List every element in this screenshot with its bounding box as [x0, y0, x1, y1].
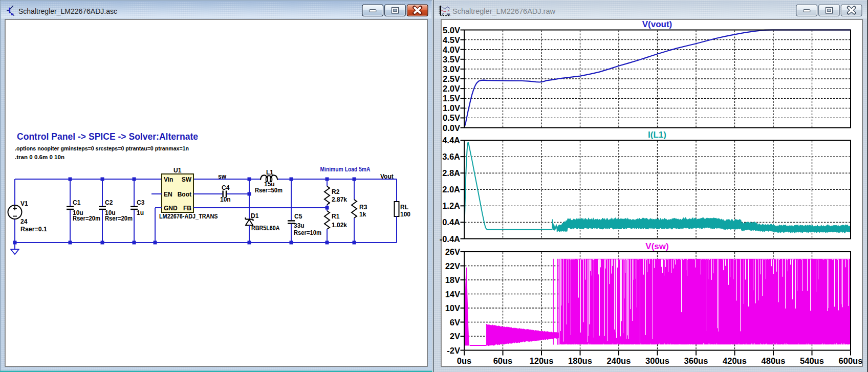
svg-text:3.5V: 3.5V	[443, 55, 460, 64]
svg-text:6V: 6V	[450, 318, 460, 327]
svg-text:1.2A: 1.2A	[442, 201, 460, 210]
svg-text:60us: 60us	[493, 356, 513, 365]
svg-text:GND: GND	[164, 205, 178, 212]
svg-text:I(L1): I(L1)	[648, 130, 666, 140]
svg-text:2.5V: 2.5V	[443, 74, 460, 83]
svg-text:1.02k: 1.02k	[332, 222, 347, 229]
svg-text:2.8A: 2.8A	[442, 168, 460, 178]
svg-text:Rser=50m: Rser=50m	[255, 187, 283, 194]
svg-text:RBR5L60A: RBR5L60A	[251, 225, 280, 232]
svg-text:4.0V: 4.0V	[443, 45, 460, 54]
svg-text:.tran 0 0.6m 0 10n: .tran 0 0.6m 0 10n	[15, 154, 64, 160]
svg-text:SW: SW	[182, 176, 192, 183]
svg-text:R2: R2	[332, 188, 340, 195]
svg-text:Vin: Vin	[164, 176, 173, 183]
svg-text:10V: 10V	[445, 303, 460, 313]
svg-text:2V: 2V	[450, 332, 460, 341]
svg-text:24: 24	[20, 218, 28, 225]
svg-text:600us: 600us	[839, 356, 863, 365]
svg-text:1.5V: 1.5V	[443, 94, 460, 103]
svg-text:Rser=0.1: Rser=0.1	[20, 226, 47, 233]
svg-text:Schaltregler_LM22676ADJ.asc: Schaltregler_LM22676ADJ.asc	[18, 7, 117, 15]
svg-text:2.0A: 2.0A	[442, 185, 460, 194]
svg-text:V1: V1	[20, 200, 28, 207]
svg-text:18V: 18V	[445, 275, 460, 285]
svg-text:L1: L1	[266, 169, 273, 176]
svg-text:4.5V: 4.5V	[443, 35, 460, 45]
svg-text:C3: C3	[137, 199, 145, 206]
svg-text:14V: 14V	[445, 290, 460, 299]
svg-text:2.87k: 2.87k	[332, 196, 347, 203]
svg-text:22V: 22V	[445, 261, 460, 271]
svg-text:-0.4A: -0.4A	[440, 234, 460, 244]
svg-text:Rser=10m: Rser=10m	[294, 229, 321, 236]
svg-text:-2V: -2V	[447, 346, 460, 355]
svg-text:C4: C4	[222, 184, 230, 191]
svg-text:360us: 360us	[684, 356, 708, 365]
svg-text:0us: 0us	[457, 356, 471, 365]
svg-text:300us: 300us	[645, 356, 669, 365]
svg-text:.options noopiter gminsteps=0: .options noopiter gminsteps=0 srcsteps=0…	[15, 145, 189, 151]
svg-text:V(sw): V(sw)	[645, 242, 668, 251]
svg-text:5.0V: 5.0V	[443, 26, 460, 35]
svg-text:33u: 33u	[294, 222, 305, 229]
svg-text:180us: 180us	[568, 356, 592, 365]
svg-text:sw: sw	[218, 173, 227, 180]
svg-text:0.5V: 0.5V	[443, 113, 460, 122]
svg-text:EN: EN	[164, 191, 172, 198]
svg-text:0.0V: 0.0V	[443, 123, 460, 133]
svg-text:3.0V: 3.0V	[443, 64, 460, 74]
svg-text:D1: D1	[251, 212, 259, 220]
svg-text:U1: U1	[173, 167, 182, 174]
svg-text:Schaltregler_LM22676ADJ.raw: Schaltregler_LM22676ADJ.raw	[452, 7, 555, 15]
svg-text:Control Panel -> SPICE -> Solv: Control Panel -> SPICE -> Solver:Alterna…	[17, 132, 198, 142]
svg-text:540us: 540us	[800, 356, 824, 365]
svg-text:420us: 420us	[723, 356, 747, 365]
svg-text:1k: 1k	[359, 211, 366, 218]
svg-text:Rser=20m: Rser=20m	[105, 215, 133, 222]
svg-text:2.0V: 2.0V	[443, 84, 460, 93]
svg-text:1u: 1u	[137, 209, 144, 216]
svg-text:100: 100	[400, 211, 410, 218]
svg-text:Minimum Load 5mA: Minimum Load 5mA	[320, 166, 371, 173]
svg-text:0.4A: 0.4A	[442, 217, 460, 227]
svg-text:C2: C2	[105, 199, 113, 206]
svg-text:R1: R1	[332, 213, 340, 220]
svg-text:FB: FB	[183, 205, 191, 212]
svg-text:LM22676-ADJ_TRANS: LM22676-ADJ_TRANS	[159, 213, 218, 220]
svg-text:1.0V: 1.0V	[443, 103, 460, 113]
svg-text:C5: C5	[294, 213, 302, 220]
svg-text:R3: R3	[359, 204, 367, 211]
svg-text:4.4A: 4.4A	[442, 136, 460, 145]
svg-text:Vout: Vout	[380, 173, 394, 180]
svg-text:10n: 10n	[220, 196, 231, 203]
svg-text:480us: 480us	[762, 356, 786, 365]
svg-text:V(vout): V(vout)	[642, 19, 672, 29]
svg-text:26V: 26V	[445, 247, 460, 256]
svg-text:Boot: Boot	[178, 191, 191, 198]
svg-text:RL: RL	[400, 204, 408, 211]
svg-text:C1: C1	[73, 199, 81, 206]
svg-text:120us: 120us	[530, 356, 554, 365]
svg-text:Rser=20m: Rser=20m	[73, 215, 100, 222]
svg-text:240us: 240us	[607, 356, 631, 365]
svg-text:3.6A: 3.6A	[442, 152, 460, 161]
